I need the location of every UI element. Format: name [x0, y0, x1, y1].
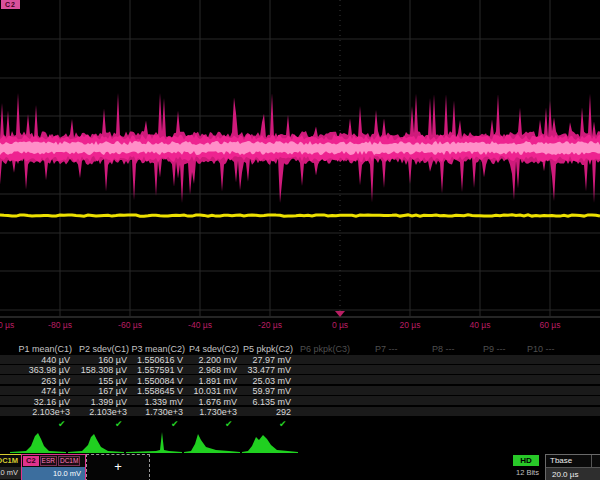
histicon-p2[interactable]: [68, 430, 124, 454]
timebase-descriptor[interactable]: Tbase 20.0 µs: [545, 454, 600, 480]
status-check-icon: ✔: [225, 419, 233, 429]
c2-name-badge: C2: [23, 456, 39, 466]
histicon-p3[interactable]: [126, 430, 182, 454]
measure-header[interactable]: P5 pkpk(C2): [223, 344, 293, 354]
time-axis-label: 0 µs: [332, 320, 348, 330]
time-axis-label: 40 µs: [470, 320, 491, 330]
time-axis-label: -60 µs: [118, 320, 142, 330]
trace-tab-c2[interactable]: C2: [1, 0, 20, 9]
c2-esr-badge: ESR: [40, 456, 57, 466]
time-axis-label: -40 µs: [188, 320, 212, 330]
measure-value: 59.97 mV: [221, 386, 291, 396]
grid-and-traces-svg: [0, 0, 600, 318]
waveform-grid: C2: [0, 0, 600, 318]
c2-coupling-badge: DC1M: [58, 456, 80, 466]
c1-coupling-label: DC1M: [0, 456, 18, 465]
status-check-icon: ✔: [115, 419, 123, 429]
status-check-icon: ✔: [58, 419, 66, 429]
histicon-p4[interactable]: [184, 430, 240, 454]
channel-descriptor-c2[interactable]: C2 ESR DC1M 10.0 mV: [21, 454, 86, 480]
measure-value: 27.97 mV: [221, 355, 291, 365]
oscilloscope-screen: C2 -100 µs -80 µs -60 µs -40 µs -20 µs 0…: [0, 0, 600, 480]
histicon-p5[interactable]: [242, 430, 298, 454]
measurement-table: P1 mean(C1)P2 sdev(C1)P3 mean(C2)P4 sdev…: [0, 341, 600, 431]
measure-value: 33.477 mV: [221, 365, 291, 375]
timebase-divider: [591, 455, 592, 467]
measure-header-unused[interactable]: P9 ---: [483, 344, 506, 354]
time-axis-label: 20 µs: [400, 320, 421, 330]
measure-value: 292: [221, 407, 291, 417]
histicon-p1[interactable]: [10, 430, 66, 454]
measure-header-unused[interactable]: P7 ---: [375, 344, 398, 354]
timebase-scale-label: 20.0 µs: [552, 470, 578, 479]
status-check-icon: ✔: [171, 419, 179, 429]
hd-mode-badge: HD: [513, 455, 539, 466]
status-check-icon: ✔: [279, 419, 287, 429]
time-axis-label: -80 µs: [48, 320, 72, 330]
measure-value: 6.135 mV: [221, 397, 291, 407]
add-trace-button[interactable]: +: [86, 454, 150, 480]
measure-value: 25.03 mV: [221, 376, 291, 386]
channel-descriptor-c1[interactable]: DC1M 10.0 mV: [0, 454, 22, 480]
c1-scale-label: 10.0 mV: [0, 468, 18, 477]
timebase-title: Tbase: [550, 456, 572, 465]
measure-header-unused[interactable]: P6 pkpk(C3): [300, 344, 350, 354]
plus-icon: +: [114, 459, 122, 474]
time-axis-label: 60 µs: [540, 320, 561, 330]
hd-bits-label: 12 Bits: [516, 468, 539, 477]
measure-header-unused[interactable]: P8 ---: [432, 344, 455, 354]
measure-header-unused[interactable]: P10 ---: [527, 344, 555, 354]
time-axis-label: -100 µs: [0, 320, 14, 330]
time-axis-label: -20 µs: [258, 320, 282, 330]
c2-scale-label: 10.0 mV: [53, 469, 81, 478]
